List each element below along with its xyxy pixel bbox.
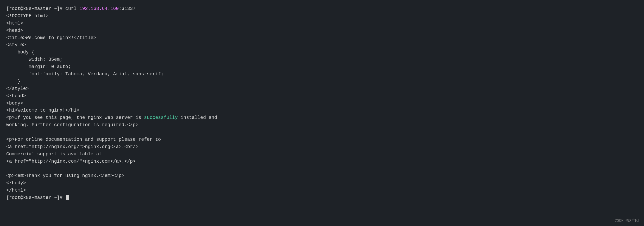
port: :31337	[119, 6, 136, 11]
ip-address: 192.168.64.160	[79, 6, 119, 11]
html-close: </html>	[6, 187, 638, 194]
html-open: <html>	[6, 20, 638, 27]
a-nginx-org: <a href="http://nginx.org/">nginx.org</a…	[6, 143, 638, 151]
h1-tag: <h1>Welcome to nginx!</h1>	[6, 107, 638, 114]
body-selector: body {	[6, 49, 638, 56]
cursor	[66, 195, 69, 200]
p-installed: <p>If you see this page, the nginx web s…	[6, 114, 638, 121]
watermark: CSDN @赵广阳	[615, 218, 639, 223]
head-close: </head>	[6, 93, 638, 100]
font-prop: font-family: Tahoma, Verdana, Arial, san…	[6, 71, 638, 78]
working-line: working. Further configuration is requir…	[6, 121, 638, 129]
head-open: <head>	[6, 27, 638, 34]
successfully-text: successfully	[144, 115, 178, 120]
a-nginx-com: <a href="http://nginx.com/">nginx.com</a…	[6, 158, 638, 165]
cmd-line: [root@k8s-master ~]# curl 192.168.64.160…	[6, 5, 638, 13]
body-open: <body>	[6, 100, 638, 107]
p-thank-you: <p><em>Thank you for using nginx.</em></…	[6, 172, 638, 180]
p-docs: <p>For online documentation and support …	[6, 136, 638, 143]
margin-prop: margin: 0 auto;	[6, 63, 638, 71]
empty-2	[6, 165, 638, 173]
final-prompt-text: [root@k8s-master ~]#	[6, 195, 65, 200]
terminal: [root@k8s-master ~]# curl 192.168.64.160…	[0, 0, 644, 226]
doctype-line: <!DOCTYPE html>	[6, 13, 638, 20]
width-prop: width: 35em;	[6, 56, 638, 63]
p-installed-suffix: installed and	[178, 115, 217, 120]
style-close: </style>	[6, 85, 638, 93]
style-open: <style>	[6, 41, 638, 49]
empty-1	[6, 129, 638, 136]
final-prompt: [root@k8s-master ~]#	[6, 194, 638, 201]
title-tag: <title>Welcome to nginx!</title>	[6, 34, 638, 42]
body-close: }	[6, 78, 638, 85]
body-close-tag: </body>	[6, 180, 638, 187]
p-installed-prefix: <p>If you see this page, the nginx web s…	[6, 115, 144, 120]
prompt-text: [root@k8s-master ~]# curl	[6, 6, 79, 11]
commercial-line: Commercial support is available at	[6, 151, 638, 158]
